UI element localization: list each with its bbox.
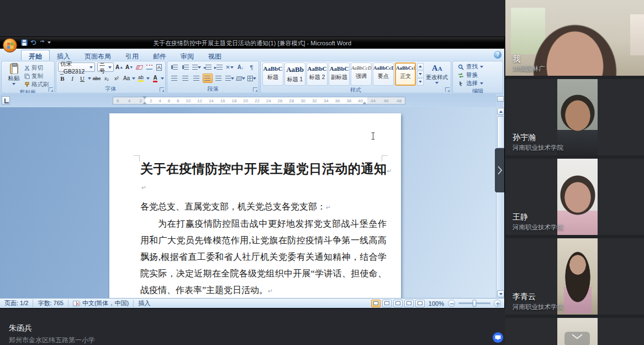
subscript-button[interactable]: x₂ [102, 74, 111, 83]
style-chip-subtitle[interactable]: AaBbC副标题 [329, 62, 350, 86]
styles-dialog-launcher-icon[interactable] [445, 87, 450, 92]
scroll-up-icon[interactable] [497, 108, 504, 115]
format-painter-button[interactable]: 格式刷 [24, 81, 49, 88]
cut-button[interactable]: 剪切 [24, 64, 49, 71]
view-outline-button[interactable] [404, 300, 414, 307]
highlight-dropdown-icon[interactable] [146, 77, 150, 80]
case-dropdown-icon[interactable] [132, 77, 135, 80]
view-draft-button[interactable] [415, 300, 425, 307]
font-dialog-launcher-icon[interactable] [160, 87, 164, 92]
styles-more-icon[interactable] [417, 79, 424, 86]
italic-button[interactable]: I [68, 74, 77, 83]
right-indent-marker[interactable] [362, 102, 367, 104]
view-print-layout-button[interactable] [371, 300, 381, 307]
font-size-select[interactable]: 三号 [97, 62, 114, 72]
underline-dropdown-icon[interactable] [88, 77, 91, 80]
distribute-button[interactable] [214, 74, 224, 83]
document-area[interactable]: 关于在疫情防控中开展主题党日活动的通知↵ ↵ 各党总支、直属党支部，机关党总支各… [0, 107, 504, 298]
char-shading-button[interactable]: A [165, 74, 166, 83]
superscript-button[interactable]: x² [112, 74, 121, 83]
align-left-button[interactable] [170, 74, 180, 83]
shrink-font-button[interactable]: A▼ [125, 62, 134, 72]
font-name-select[interactable]: 仿宋_GB2312 [58, 62, 95, 72]
redo-icon[interactable] [39, 40, 45, 46]
help-icon[interactable]: ? [494, 51, 502, 59]
undo-icon[interactable] [30, 40, 37, 46]
align-center-button[interactable] [181, 74, 191, 83]
scroll-down-icon[interactable] [497, 290, 504, 297]
participant-tile[interactable]: 我 18级园林广 [505, 0, 644, 76]
styles-scroll-down-icon[interactable] [417, 71, 424, 78]
status-word-count[interactable]: 字数: 765 [33, 300, 68, 307]
scrollbar-thumb[interactable] [497, 116, 504, 148]
ruler-toggle-button[interactable] [497, 96, 504, 102]
first-line-indent-marker[interactable] [142, 96, 147, 99]
strikethrough-button[interactable]: abc [92, 74, 101, 83]
participant-tile[interactable]: 王静 河南职业技术学院 [505, 159, 644, 235]
clear-formatting-button[interactable] [135, 62, 144, 72]
change-case-button[interactable]: Aa [122, 74, 131, 83]
grow-font-button[interactable]: A▲ [115, 62, 124, 72]
line-spacing-button[interactable] [225, 74, 235, 83]
hanging-indent-marker[interactable] [142, 102, 147, 104]
font-color-dropdown-icon[interactable] [161, 77, 164, 80]
sort-button[interactable]: A↓ [236, 62, 246, 72]
style-chip-title[interactable]: AaBbC标题 [262, 62, 283, 86]
office-button[interactable] [3, 38, 17, 53]
view-fullscreen-reading-button[interactable] [382, 300, 392, 307]
bullets-button[interactable] [170, 62, 180, 72]
view-web-layout-button[interactable] [393, 300, 403, 307]
tab-selector[interactable] [2, 96, 10, 104]
bold-button[interactable]: B [58, 74, 67, 83]
shading-button[interactable] [236, 74, 246, 83]
paste-dropdown-icon[interactable] [12, 83, 15, 85]
char-border-button[interactable]: A [155, 62, 163, 72]
paste-button[interactable]: 粘贴 [3, 62, 24, 88]
font-color-button[interactable]: A [151, 74, 160, 83]
underline-button[interactable]: U [78, 74, 87, 83]
numbering-button[interactable] [181, 62, 191, 72]
status-insert-mode[interactable]: 插入 [134, 300, 155, 307]
multilevel-list-button[interactable] [192, 62, 202, 72]
copy-button[interactable]: 复制 [24, 72, 49, 80]
styles-scroll-up-icon[interactable] [417, 63, 424, 70]
save-icon[interactable] [21, 39, 28, 46]
chat-button[interactable] [493, 332, 503, 343]
clipboard-dialog-launcher-icon[interactable] [49, 87, 53, 92]
zoom-level[interactable]: 100% [426, 300, 446, 307]
style-chip-strong[interactable]: AaBbCcDd要点 [373, 62, 394, 86]
decrease-indent-button[interactable]: ◂ [203, 62, 213, 72]
zoom-slider[interactable] [458, 302, 490, 304]
borders-button[interactable] [247, 74, 257, 83]
horizontal-ruler[interactable]: 642 246810121416182022242628303234363840… [113, 97, 405, 104]
zoom-out-button[interactable] [448, 300, 455, 307]
expand-panel-button[interactable] [495, 148, 504, 192]
find-button[interactable]: 查找 [455, 64, 501, 70]
asian-layout-button[interactable]: ✕ [225, 62, 235, 72]
replace-button[interactable]: 替换 [455, 72, 501, 79]
align-right-button[interactable] [192, 74, 202, 83]
style-chip-emphasis[interactable]: AaBbCcDd强调 [351, 62, 372, 86]
highlight-button[interactable]: ab [136, 74, 145, 83]
style-chip-heading2[interactable]: AaBbC标题 2 [307, 62, 328, 86]
zoom-in-button[interactable] [494, 300, 501, 307]
participant-tile[interactable] [505, 318, 644, 345]
participant-tile[interactable]: 孙宇瀚 河南职业技术学院 [505, 79, 644, 155]
change-styles-button[interactable]: AA 更改样式 [425, 64, 449, 84]
justify-button[interactable] [203, 74, 213, 83]
qat-customize-icon[interactable] [47, 41, 51, 44]
status-language[interactable]: 中文(简体，中国) [68, 300, 134, 307]
select-button[interactable]: 选择 [455, 80, 501, 87]
style-chip-normal[interactable]: AaBbCcDd正文 [395, 62, 416, 86]
increase-indent-button[interactable]: ▸ [214, 62, 224, 72]
document-page[interactable]: 关于在疫情防控中开展主题党日活动的通知↵ ↵ 各党总支、直属党支部，机关党总支各… [109, 113, 401, 298]
vertical-scrollbar[interactable] [496, 107, 504, 298]
show-marks-button[interactable]: ¶ [247, 62, 257, 72]
zoom-slider-thumb[interactable] [473, 300, 477, 307]
style-chip-heading1[interactable]: AaBb标题 1 [284, 62, 305, 86]
phonetic-guide-button[interactable] [145, 62, 154, 72]
paragraph-dialog-launcher-icon[interactable] [253, 87, 257, 92]
participant-tile[interactable]: 李青云 河南职业技术学院 [505, 238, 644, 315]
collapse-panel-button[interactable] [564, 332, 590, 345]
status-page[interactable]: 页面: 1/2 [0, 300, 33, 307]
